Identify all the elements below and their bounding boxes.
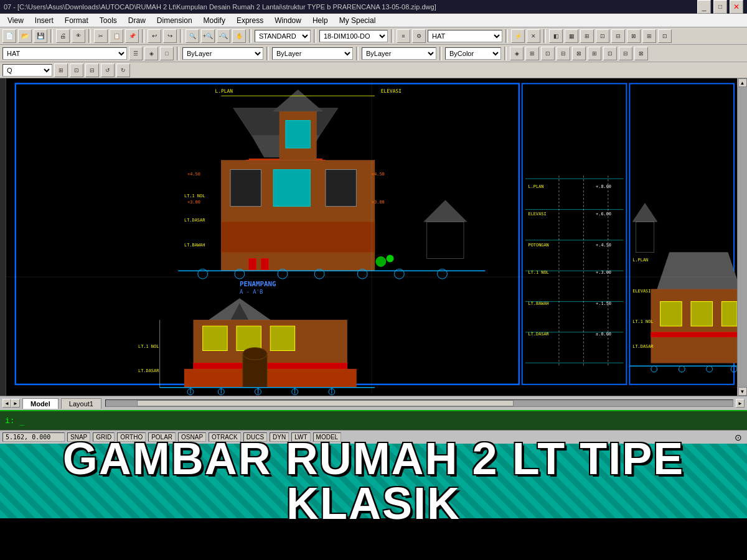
menu-modify[interactable]: Modify [199, 15, 230, 26]
layer-btn2[interactable]: ◈ [144, 47, 158, 60]
layer-dropdown[interactable]: HAT [428, 30, 502, 42]
svg-rect-13 [273, 169, 310, 206]
menu-view[interactable]: View [2, 15, 29, 26]
menu-express[interactable]: Express [232, 15, 268, 26]
menu-tools[interactable]: Tools [95, 15, 122, 26]
btn-extra2[interactable]: ✕ [527, 29, 540, 43]
btn-extra8[interactable]: ⊠ [627, 29, 641, 43]
command-cursor: _ [15, 416, 25, 426]
btn-extra1[interactable]: ⚡ [511, 29, 525, 43]
svg-text:ELEVASI: ELEVASI [632, 289, 651, 294]
layer-manager-btn[interactable]: ≡ [397, 29, 410, 43]
h-scrollbar-thumb[interactable] [137, 400, 513, 406]
layer-props-btn[interactable]: ⚙ [412, 29, 426, 43]
btn-t2-6[interactable]: ⊞ [588, 47, 601, 60]
menu-bar: View Insert Format Tools Draw Dimension … [0, 14, 747, 27]
scroll-up-btn[interactable]: ▲ [738, 78, 747, 87]
filter-btn3[interactable]: ⊟ [85, 63, 99, 77]
tab-scroll-right[interactable]: ► [11, 399, 20, 408]
btn-t2-3[interactable]: ⊡ [541, 47, 555, 60]
undo-btn[interactable]: ↩ [148, 29, 161, 43]
menu-myspecial[interactable]: My Special [334, 15, 381, 26]
left-sidebar [0, 78, 6, 396]
linetype-select[interactable]: ByLayer [182, 47, 263, 60]
menu-draw[interactable]: Draw [123, 15, 151, 26]
maximize-btn[interactable]: □ [713, 0, 727, 14]
style-select[interactable]: STANDARD [255, 30, 311, 42]
svg-text:+.8.00: +.8.00 [596, 184, 611, 189]
filter-btn2[interactable]: ⊡ [70, 63, 83, 77]
close-btn[interactable]: ✕ [730, 0, 743, 14]
paste-btn[interactable]: 📌 [125, 29, 139, 43]
new-btn[interactable]: 📄 [2, 29, 16, 43]
svg-rect-40 [194, 363, 347, 369]
layer-btn1[interactable]: ☰ [129, 47, 143, 60]
sep4 [180, 29, 182, 43]
h-scrollbar-track[interactable] [105, 399, 733, 407]
tab-layout1[interactable]: Layout1 [61, 398, 101, 409]
btn-extra10[interactable]: ⊡ [658, 29, 672, 43]
color-select[interactable]: ByColor [445, 47, 501, 60]
btn-t2-4[interactable]: ⊟ [557, 47, 570, 60]
toolbar-row1: 📄 📂 💾 🖨 👁 ✂ 📋 📌 ↩ ↪ 🔍 +🔍 -🔍 ✋ STANDARD 1… [0, 27, 747, 45]
right-scrollbar[interactable]: ▲ ▼ [737, 78, 747, 396]
zoom-btn[interactable]: 🔍 [186, 29, 199, 43]
btn-extra7[interactable]: ⊟ [611, 29, 625, 43]
btn-t2-7[interactable]: ⊡ [603, 47, 617, 60]
copy-btn[interactable]: 📋 [110, 29, 123, 43]
btn-t2-2[interactable]: ⊞ [525, 47, 539, 60]
menu-dimension[interactable]: Dimension [152, 15, 197, 26]
zoomout-btn[interactable]: -🔍 [217, 29, 230, 43]
svg-text:L.PLAN: L.PLAN [632, 258, 648, 263]
svg-text:LT.DASAR: LT.DASAR [632, 344, 654, 349]
tab-scroll-left[interactable]: ◄ [2, 399, 11, 408]
svg-text:+.3.00: +.3.00 [596, 270, 611, 275]
drawing-canvas[interactable]: L.PLAN ELEVASI LT.1 NOL LT.DASAR LT.BAWA… [6, 78, 737, 396]
minimize-btn[interactable]: _ [697, 0, 711, 14]
scroll-down-btn[interactable]: ▼ [738, 387, 747, 396]
linetype-select2[interactable]: ByLayer [272, 47, 353, 60]
lineweight-select[interactable]: ByLayer [362, 47, 436, 60]
filter-btn1[interactable]: ⊞ [54, 63, 68, 77]
dim-select[interactable]: 18-DIM100-DO [319, 30, 388, 42]
btn-extra3[interactable]: ◧ [549, 29, 563, 43]
btn-extra4[interactable]: ▦ [565, 29, 578, 43]
svg-text:LT.DASAR: LT.DASAR [529, 332, 550, 337]
print-btn[interactable]: 🖨 [56, 29, 70, 43]
h-scroll-right[interactable]: ► [736, 399, 745, 408]
btn-t2-5[interactable]: ⊠ [572, 47, 586, 60]
command-area[interactable]: i: _ [0, 410, 747, 430]
redo-btn[interactable]: ↪ [163, 29, 177, 43]
btn-t2-8[interactable]: ⊟ [619, 47, 632, 60]
svg-rect-87 [721, 302, 737, 326]
cut-btn[interactable]: ✂ [94, 29, 108, 43]
btn-extra6[interactable]: ⊡ [596, 29, 609, 43]
title-text: 07 - [C:\Users\Asus\Downloads\AUTOCAD\RU… [4, 3, 436, 11]
zoomin-btn[interactable]: +🔍 [201, 29, 215, 43]
btn-extra5[interactable]: ⊞ [580, 29, 594, 43]
svg-text:LT.1 NOL: LT.1 NOL [138, 344, 159, 349]
sep-t2-5 [504, 47, 507, 60]
layer-select-left[interactable]: HAT [2, 47, 127, 60]
open-btn[interactable]: 📂 [18, 29, 32, 43]
btn-t2-1[interactable]: ◈ [510, 47, 524, 60]
menu-help[interactable]: Help [308, 15, 333, 26]
btn-t2-9[interactable]: ⊠ [634, 47, 648, 60]
sep2 [88, 29, 91, 43]
svg-text:ELEVASI: ELEVASI [381, 88, 402, 94]
tab-row: ◄ ► Model Layout1 ► [0, 396, 747, 410]
save-btn[interactable]: 💾 [34, 29, 47, 43]
btn-extra9[interactable]: ⊞ [642, 29, 656, 43]
preview-btn[interactable]: 👁 [72, 29, 85, 43]
scroll-track[interactable] [738, 87, 747, 387]
tab-model[interactable]: Model [22, 398, 59, 409]
menu-insert[interactable]: Insert [30, 15, 59, 26]
menu-format[interactable]: Format [60, 15, 93, 26]
menu-window[interactable]: Window [270, 15, 306, 26]
filter-btn4[interactable]: ↺ [101, 63, 115, 77]
filter-btn5[interactable]: ↻ [116, 63, 130, 77]
pan-btn[interactable]: ✋ [232, 29, 246, 43]
bottom-banner: GAMBAR RUMAH 2 LT TIPE KLASIK [0, 444, 747, 518]
layer-btn3[interactable]: □ [160, 47, 174, 60]
filter-select[interactable]: Q [2, 64, 52, 77]
